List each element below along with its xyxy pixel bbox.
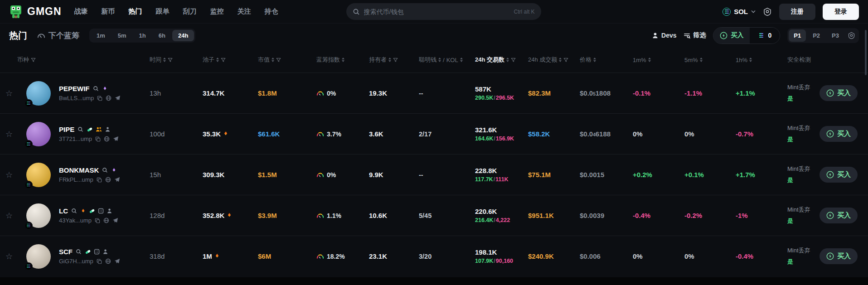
preset-p1[interactable]: P1: [789, 29, 806, 42]
favorite-star-icon[interactable]: ☆: [5, 212, 13, 220]
quick-buy-button[interactable]: 买入: [713, 28, 750, 43]
token-name[interactable]: SCF: [59, 248, 73, 256]
telegram-icon[interactable]: [115, 95, 121, 101]
badge-icon[interactable]: [94, 249, 100, 255]
table-row[interactable]: ☆ PEPEWIF BwLLS...ump: [0, 72, 868, 113]
sort-icon[interactable]: [438, 58, 441, 62]
next-bluechip-link[interactable]: 下个蓝筹: [37, 30, 79, 41]
funnel-icon[interactable]: [276, 58, 281, 63]
buy-button[interactable]: 买入: [820, 167, 858, 183]
nav-trending[interactable]: 热门: [129, 7, 142, 16]
search-input[interactable]: [364, 8, 510, 15]
sort-icon[interactable]: [749, 58, 752, 62]
sort-icon[interactable]: [593, 58, 596, 62]
nav-copy-trade[interactable]: 跟单: [156, 7, 170, 16]
nav-trench[interactable]: 战壕: [74, 7, 88, 16]
buy-button[interactable]: 买入: [820, 248, 858, 264]
preset-p3[interactable]: P3: [827, 29, 844, 42]
token-name[interactable]: PIPE: [59, 126, 74, 133]
buy-button[interactable]: 买入: [820, 208, 858, 223]
col-bluechip-label[interactable]: 蓝筹指数: [316, 56, 340, 64]
pill-icon[interactable]: [89, 208, 95, 214]
col-price-label[interactable]: 价格: [580, 56, 592, 64]
funnel-icon[interactable]: [221, 58, 226, 63]
sort-icon[interactable]: [216, 58, 219, 62]
preset-p2[interactable]: P2: [808, 29, 825, 42]
favorite-star-icon[interactable]: ☆: [5, 130, 13, 138]
badge-icon[interactable]: [98, 208, 104, 214]
col-coin-label[interactable]: 币种: [17, 56, 29, 64]
sort-icon[interactable]: [648, 58, 651, 62]
tab-24h[interactable]: 24h: [172, 30, 194, 41]
tab-1m[interactable]: 1m: [91, 30, 111, 41]
token-avatar[interactable]: [26, 244, 51, 269]
copy-icon[interactable]: [97, 96, 102, 101]
globe-icon[interactable]: [103, 217, 109, 223]
nav-monitor[interactable]: 监控: [210, 7, 224, 16]
table-row[interactable]: ☆ LC 43Yak...ump: [0, 195, 868, 236]
table-row[interactable]: ☆ PIPE 3T721...ump: [0, 113, 868, 154]
col-mcap-label[interactable]: 市值: [258, 56, 270, 64]
devs-toggle[interactable]: Devs: [652, 32, 676, 39]
telegram-icon[interactable]: [114, 177, 120, 183]
vertical-scrollbar[interactable]: [865, 30, 867, 75]
token-address[interactable]: BwLLS...ump: [59, 95, 94, 101]
search-icon[interactable]: [93, 86, 99, 92]
copy-icon[interactable]: [97, 177, 102, 183]
token-name[interactable]: LC: [59, 207, 68, 215]
globe-icon[interactable]: [106, 95, 112, 101]
search-icon[interactable]: [71, 208, 77, 214]
nav-new-coins[interactable]: 新币: [102, 7, 115, 16]
pill-icon[interactable]: [85, 249, 91, 255]
search-icon[interactable]: [78, 126, 83, 132]
quick-buy-amount-field[interactable]: 0: [750, 28, 780, 43]
tab-6h[interactable]: 6h: [153, 30, 171, 41]
token-avatar[interactable]: [26, 122, 51, 146]
person-icon[interactable]: [107, 208, 112, 214]
buy-button[interactable]: 买入: [820, 85, 858, 101]
funnel-icon[interactable]: [511, 58, 516, 63]
preset-settings-icon[interactable]: [848, 32, 855, 39]
person-icon[interactable]: [102, 249, 108, 255]
copy-icon[interactable]: [95, 136, 101, 142]
funnel-icon[interactable]: [31, 58, 36, 63]
globe-icon[interactable]: [104, 136, 110, 142]
funnel-icon[interactable]: [168, 58, 173, 63]
people-icon[interactable]: [96, 126, 102, 132]
gas-settings-icon[interactable]: [763, 7, 772, 16]
nav-watchlist[interactable]: 关注: [238, 7, 251, 16]
sort-icon[interactable]: [700, 58, 703, 62]
token-address[interactable]: 3T721...ump: [59, 135, 92, 142]
token-avatar[interactable]: [26, 203, 51, 228]
sort-icon[interactable]: [460, 58, 463, 62]
register-button[interactable]: 注册: [779, 4, 815, 20]
search-bar[interactable]: Ctrl alt K: [346, 3, 541, 20]
token-address[interactable]: 43Yak...ump: [59, 217, 92, 224]
favorite-star-icon[interactable]: ☆: [5, 171, 13, 179]
telegram-icon[interactable]: [114, 258, 120, 264]
token-name[interactable]: PEPEWIF: [59, 85, 90, 92]
flame-orange-icon[interactable]: [80, 208, 86, 214]
chain-selector[interactable]: SOL: [723, 8, 756, 16]
token-avatar[interactable]: [26, 163, 51, 187]
copy-icon[interactable]: [97, 259, 102, 264]
tab-1h[interactable]: 1h: [133, 30, 152, 41]
token-name[interactable]: BONKMASK: [59, 166, 99, 174]
filter-toggle[interactable]: 筛选: [684, 31, 706, 39]
search-icon[interactable]: [102, 167, 108, 173]
copy-icon[interactable]: [95, 218, 100, 223]
col-holders-label[interactable]: 持有者: [369, 56, 387, 64]
search-icon[interactable]: [76, 249, 82, 255]
col-smart-label[interactable]: 聪明钱: [419, 56, 436, 64]
flame-purple-icon[interactable]: [111, 167, 117, 174]
col-1h-label[interactable]: 1h%: [736, 57, 747, 63]
buy-button[interactable]: 买入: [820, 126, 858, 142]
sort-icon[interactable]: [342, 58, 344, 62]
pill-icon[interactable]: [87, 126, 93, 133]
table-row[interactable]: ☆ SCF GiG7H...ump: [0, 236, 868, 276]
col-pool-label[interactable]: 池子: [203, 56, 214, 64]
nav-holdings[interactable]: 持仓: [265, 7, 278, 16]
table-row[interactable]: ☆ BONKMASK FRkPL...ump: [0, 154, 868, 195]
telegram-icon[interactable]: [113, 136, 119, 142]
brand[interactable]: GMGN: [9, 5, 62, 19]
